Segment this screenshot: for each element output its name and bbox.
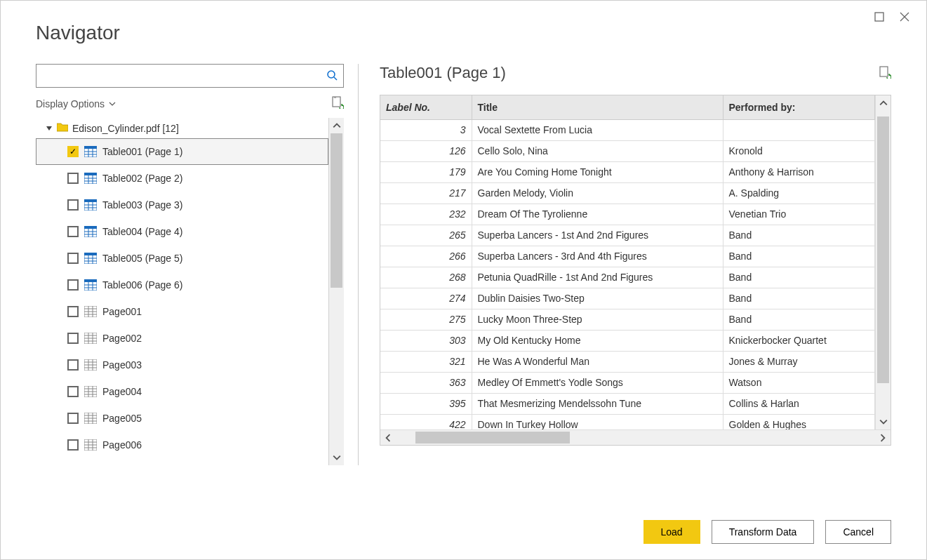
tree-item-label: Table001 (Page 1) xyxy=(102,146,182,157)
checkbox[interactable] xyxy=(67,226,79,237)
preview-vertical-scrollbar[interactable] xyxy=(875,95,891,429)
scrollbar-thumb[interactable] xyxy=(877,116,889,383)
scroll-up-icon[interactable] xyxy=(876,95,891,111)
tree-item[interactable]: Page005 xyxy=(36,405,328,432)
expander-icon[interactable] xyxy=(46,123,53,134)
cell-performed-by: Venetian Trio xyxy=(723,204,875,225)
table-row[interactable]: 3Vocal Sextette From Lucia xyxy=(380,119,875,140)
svg-rect-26 xyxy=(84,226,97,229)
refresh-tree-icon[interactable] xyxy=(331,96,344,111)
page-icon xyxy=(84,359,97,371)
preview-title: Table001 (Page 1) xyxy=(380,64,506,82)
table-icon xyxy=(84,226,97,237)
tree-item[interactable]: Table006 (Page 6) xyxy=(36,272,328,298)
checkbox[interactable]: ✓ xyxy=(67,146,79,157)
svg-rect-38 xyxy=(84,279,97,282)
column-header[interactable]: Title xyxy=(472,95,723,119)
close-icon[interactable] xyxy=(898,11,911,23)
table-row[interactable]: 363Medley Of Emmett's Yodle SongsWatson xyxy=(380,372,875,393)
tree-item-label: Table004 (Page 4) xyxy=(102,226,182,237)
cell-title: Petunia QuadRille - 1st And 2nd Figures xyxy=(472,267,723,288)
cell-label-no: 179 xyxy=(380,161,472,182)
table-row[interactable]: 217Garden Melody, ViolinA. Spalding xyxy=(380,182,875,204)
tree-item[interactable]: Table002 (Page 2) xyxy=(36,165,328,192)
scrollbar-thumb[interactable] xyxy=(415,432,570,444)
maximize-icon[interactable] xyxy=(873,11,886,23)
svg-rect-14 xyxy=(84,173,97,175)
tree-scrollbar[interactable] xyxy=(328,118,344,465)
page-icon xyxy=(84,413,97,424)
checkbox[interactable] xyxy=(67,413,79,424)
table-row[interactable]: 303My Old Kentucky HomeKnickerbocker Qua… xyxy=(380,330,875,351)
tree-item-label: Table006 (Page 6) xyxy=(102,279,182,291)
tree-item[interactable]: Page001 xyxy=(36,298,328,325)
column-header[interactable]: Label No. xyxy=(380,95,472,119)
scrollbar-thumb[interactable] xyxy=(331,133,342,288)
cell-label-no: 232 xyxy=(380,204,472,225)
cell-performed-by: Collins & Harlan xyxy=(723,393,875,414)
tree-item-label: Table002 (Page 2) xyxy=(102,173,182,184)
cell-title: Vocal Sextette From Lucia xyxy=(472,119,723,140)
scroll-left-icon[interactable] xyxy=(380,430,396,446)
table-row[interactable]: 321He Was A Wonderful ManJones & Murray xyxy=(380,351,875,372)
table-row[interactable]: 126Cello Solo, NinaKronold xyxy=(380,140,875,161)
transform-data-button[interactable]: Transform Data xyxy=(712,520,815,544)
checkbox[interactable] xyxy=(67,173,79,184)
load-button[interactable]: Load xyxy=(643,520,700,544)
table-row[interactable]: 179Are You Coming Home TonightAnthony & … xyxy=(380,161,875,182)
cancel-button[interactable]: Cancel xyxy=(825,520,891,544)
tree-root[interactable]: Edison_Cylinder.pdf [12] xyxy=(36,118,328,138)
table-row[interactable]: 266Superba Lancers - 3rd And 4th Figures… xyxy=(380,246,875,267)
tree-item[interactable]: Table003 (Page 3) xyxy=(36,192,328,218)
cell-performed-by: Anthony & Harrison xyxy=(723,161,875,182)
cell-performed-by: Band xyxy=(723,309,875,330)
display-options-dropdown[interactable]: Display Options xyxy=(36,98,116,109)
column-header[interactable]: Performed by: xyxy=(723,95,875,119)
scroll-down-icon[interactable] xyxy=(329,450,345,465)
cell-title: Dublin Daisies Two-Step xyxy=(472,288,723,309)
cell-performed-by: Jones & Murray xyxy=(723,351,875,372)
tree-item[interactable]: Table004 (Page 4) xyxy=(36,218,328,245)
tree-item[interactable]: ✓Table001 (Page 1) xyxy=(36,138,328,165)
scroll-up-icon[interactable] xyxy=(329,118,345,133)
refresh-preview-icon[interactable] xyxy=(879,66,891,81)
table-row[interactable]: 268Petunia QuadRille - 1st And 2nd Figur… xyxy=(380,267,875,288)
cell-title: Medley Of Emmett's Yodle Songs xyxy=(472,372,723,393)
search-input-container[interactable] xyxy=(36,64,344,88)
table-row[interactable]: 265Superba Lancers - 1st And 2nd Figures… xyxy=(380,225,875,246)
checkbox[interactable] xyxy=(67,253,79,264)
tree-item[interactable]: Table005 (Page 5) xyxy=(36,245,328,272)
tree-item[interactable]: Page003 xyxy=(36,352,328,378)
tree-item[interactable]: Page004 xyxy=(36,378,328,405)
cell-title: My Old Kentucky Home xyxy=(472,330,723,351)
navigator-tree-pane: Display Options Edison_Cylinder.pdf [12] xyxy=(36,64,359,465)
cell-title: Superba Lancers - 1st And 2nd Figures xyxy=(472,225,723,246)
checkbox[interactable] xyxy=(67,279,79,291)
checkbox[interactable] xyxy=(67,306,79,317)
checkbox[interactable] xyxy=(67,439,79,451)
table-row[interactable]: 275Lucky Moon Three-StepBand xyxy=(380,309,875,330)
search-icon[interactable] xyxy=(326,69,338,83)
cell-title: Dream Of The Tyrolienne xyxy=(472,204,723,225)
tree-item[interactable]: Page006 xyxy=(36,432,328,458)
checkbox[interactable] xyxy=(67,386,79,397)
table-row[interactable]: 395That Mesmerizing Mendelssohn TuneColl… xyxy=(380,393,875,414)
scroll-right-icon[interactable] xyxy=(875,430,891,446)
scroll-down-icon[interactable] xyxy=(876,414,891,429)
checkbox[interactable] xyxy=(67,333,79,344)
page-icon xyxy=(84,306,97,317)
cell-performed-by: Kronold xyxy=(723,140,875,161)
checkbox[interactable] xyxy=(67,359,79,371)
cell-performed-by: Band xyxy=(723,267,875,288)
checkbox[interactable] xyxy=(67,199,79,211)
preview-horizontal-scrollbar[interactable] xyxy=(380,429,891,445)
table-icon xyxy=(84,279,97,291)
page-icon xyxy=(84,439,97,451)
search-input[interactable] xyxy=(42,69,326,82)
table-row[interactable]: 274Dublin Daisies Two-StepBand xyxy=(380,288,875,309)
cell-title: Garden Melody, Violin xyxy=(472,182,723,204)
tree-item-label: Page003 xyxy=(102,359,142,371)
tree-item[interactable]: Page002 xyxy=(36,325,328,352)
table-row[interactable]: 232Dream Of The TyrolienneVenetian Trio xyxy=(380,204,875,225)
svg-marker-6 xyxy=(46,126,52,131)
